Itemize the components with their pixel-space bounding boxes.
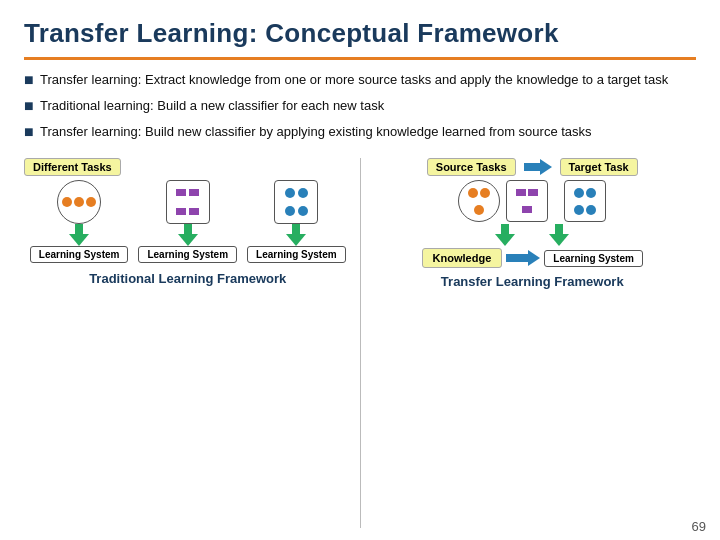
tgt-dot-b4 [586, 205, 596, 215]
dot-blue-3 [285, 206, 295, 216]
dot-blue-4 [298, 206, 308, 216]
arrow-head-tgt [549, 234, 569, 246]
arrow-stem-3 [292, 224, 300, 234]
arrow-down-tgt [549, 224, 569, 246]
target-task-box: Target Task [560, 158, 638, 176]
arrow-head-2 [178, 234, 198, 246]
task-col-2: Learning System [138, 180, 237, 263]
title-divider [24, 57, 696, 60]
slide-title: Transfer Learning: Conceptual Framework [24, 18, 696, 49]
slide: Transfer Learning: Conceptual Framework … [0, 0, 720, 540]
arrow-down-1 [69, 224, 89, 246]
bullet-dot-2: ■ [24, 94, 40, 118]
source-tasks-box: Source Tasks [427, 158, 516, 176]
arrow-down-3 [286, 224, 306, 246]
transfer-label: Transfer Learning Framework [441, 274, 624, 289]
knowledge-box: Knowledge [422, 248, 503, 268]
arrow-stem-tgt [555, 224, 563, 234]
page-number: 69 [692, 519, 706, 534]
dot-orange-2 [74, 197, 84, 207]
dot-blue-1 [285, 188, 295, 198]
k-arrow-head [528, 250, 540, 266]
transfer-framework: Source Tasks Target Task [369, 158, 697, 528]
different-tasks-box: Different Tasks [24, 158, 121, 176]
task-col-1: Learning System [30, 180, 129, 263]
dot-orange-3 [86, 197, 96, 207]
dot-blue-2 [298, 188, 308, 198]
src-dot-o3 [474, 205, 484, 215]
arrow-stem-2 [184, 224, 192, 234]
k-arrow-stem [506, 254, 528, 262]
src-dot-o1 [468, 188, 478, 198]
tgt-dot-b1 [574, 188, 584, 198]
bullet-1: ■ Transfer learning: Extract knowledge f… [24, 70, 696, 92]
src-rect-p2 [528, 189, 538, 196]
arrow-down-2 [178, 224, 198, 246]
arrow-down-src [495, 224, 515, 246]
src-dot-o2 [480, 188, 490, 198]
arrow-to-target [524, 158, 552, 176]
task-col-3: Learning System [247, 180, 346, 263]
vertical-divider [360, 158, 361, 528]
ls-box-1: Learning System [30, 246, 129, 263]
bullet-dot-3: ■ [24, 120, 40, 144]
tgt-dot-b2 [586, 188, 596, 198]
transfer-ls-box: Learning System [544, 250, 643, 267]
rect-purple-3 [176, 208, 186, 215]
arrow-head-1 [69, 234, 89, 246]
bullet-dot-1: ■ [24, 68, 40, 92]
knowledge-to-ls-arrow [506, 250, 540, 266]
src-rect-p3 [522, 206, 532, 213]
rect-purple-4 [189, 208, 199, 215]
traditional-framework: Different Tasks Learning System [24, 158, 352, 528]
arrow-stem-src [501, 224, 509, 234]
arrow-stem-1 [75, 224, 83, 234]
rect-purple-2 [189, 189, 199, 196]
ls-box-3: Learning System [247, 246, 346, 263]
bullet-3: ■ Transfer learning: Build new classifie… [24, 122, 696, 144]
arrow-head-3 [286, 234, 306, 246]
bullet-2: ■ Traditional learning: Build a new clas… [24, 96, 696, 118]
h-arrow-head [540, 159, 552, 175]
bullet-text-1: Transfer learning: Extract knowledge fro… [40, 70, 668, 90]
rect-purple-1 [176, 189, 186, 196]
src-rect-p1 [516, 189, 526, 196]
tgt-dot-b3 [574, 205, 584, 215]
bullet-list: ■ Transfer learning: Extract knowledge f… [24, 70, 696, 148]
arrow-head-src [495, 234, 515, 246]
bullet-text-3: Transfer learning: Build new classifier … [40, 122, 592, 142]
diagram-area: Different Tasks Learning System [24, 158, 696, 528]
bullet-text-2: Traditional learning: Build a new classi… [40, 96, 384, 116]
ls-box-2: Learning System [138, 246, 237, 263]
h-arrow-stem [524, 163, 540, 171]
dot-orange-1 [62, 197, 72, 207]
traditional-label: Traditional Learning Framework [89, 271, 286, 286]
